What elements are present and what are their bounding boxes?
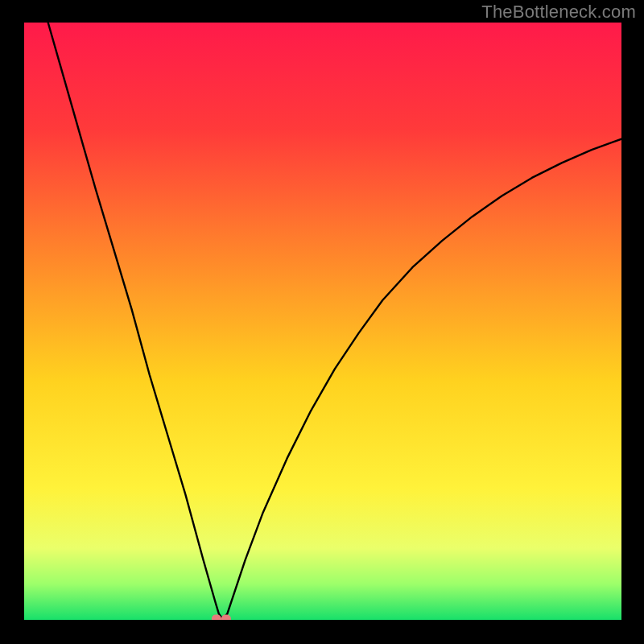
watermark-text: TheBottleneck.com — [481, 2, 636, 23]
chart-canvas — [0, 0, 644, 644]
plot-background — [24, 23, 621, 620]
bottleneck-chart: TheBottleneck.com — [0, 0, 644, 644]
